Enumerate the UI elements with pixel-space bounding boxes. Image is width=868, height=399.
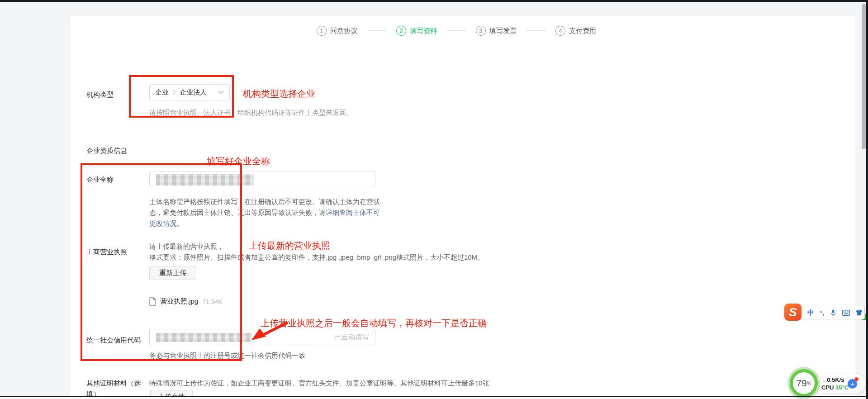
org-type-sub: 企业法人 [180, 88, 207, 97]
step-agree: 1 同意协议 [317, 26, 357, 36]
company-name-label: 企业全称 [86, 174, 114, 185]
credit-code-label: 统一社会信用代码 [86, 335, 141, 346]
step-fill-info: 2 填写资料 [396, 26, 437, 36]
step-number: 2 [396, 26, 406, 36]
microphone-icon[interactable] [830, 309, 836, 317]
org-type-dropdown[interactable]: 企业 企业法人 [149, 84, 230, 100]
redacted-company-name [156, 174, 254, 185]
company-name-input[interactable] [149, 171, 375, 187]
cpu-temp-value: 35°C [835, 384, 849, 391]
step-label: 填写发票 [489, 27, 517, 35]
step-label: 支付费用 [569, 27, 596, 35]
step-label: 同意协议 [330, 27, 357, 35]
memory-percent: 79 [796, 378, 806, 389]
sogou-logo-icon[interactable]: S [784, 304, 802, 321]
step-connector [367, 30, 386, 31]
screen: 1 同意协议 2 填写资料 3 填写发票 4 支付费用 机构类型 企业 企业法人… [0, 0, 868, 399]
punctuation-icon[interactable]: °, [820, 309, 824, 316]
section-title: 企业资质信息 [86, 145, 127, 156]
net-speed-value: 0.5K/s [827, 376, 844, 383]
credit-code-input[interactable]: 已自动填写 [149, 329, 375, 345]
net-speed: ↓ 0.5K/s [822, 376, 844, 383]
step-number: 3 [476, 26, 486, 36]
file-icon [149, 297, 156, 306]
file-name[interactable]: 营业执照.jpg [160, 297, 198, 306]
bottom-strip [0, 397, 866, 399]
right-edge [866, 0, 868, 399]
cpu-label: CPU [821, 384, 835, 391]
step-connector [447, 30, 466, 31]
license-label: 工商营业执照 [86, 247, 127, 257]
notification-dot [854, 377, 859, 381]
stepper: 1 同意协议 2 填写资料 3 填写发票 4 支付费用 [317, 24, 596, 38]
step-payment: 4 支付费用 [555, 26, 596, 36]
other-materials-desc: 特殊情况可上传作为佐证，如企业工商变更证明、官方红头文件、加盖公章证明等。其他证… [149, 379, 489, 388]
file-size: 71.34K [202, 298, 222, 305]
keyboard-icon[interactable] [842, 310, 850, 316]
step-invoice: 3 填写发票 [476, 26, 517, 36]
memory-ball[interactable]: 79% [790, 369, 818, 397]
autofilled-text: 已自动填写 [335, 333, 369, 342]
top-edge [0, 0, 868, 2]
license-line2: 格式要求：原件照片、扫描件或者加盖公章的复印件，支持.jpg .jpeg .bm… [149, 253, 484, 262]
description-suffix: 。 [176, 219, 183, 227]
skin-icon[interactable] [856, 309, 863, 316]
step-number: 4 [555, 26, 565, 36]
chevron-right-icon [172, 90, 176, 95]
uploaded-file-row: 营业执照.jpg 71.34K [149, 297, 223, 306]
scrollbar-thumb[interactable] [862, 4, 866, 149]
company-name-description: 主体名称需严格按照证件填写，在注册确认后不可更改。请确认主体为在营状态，避免付款… [149, 196, 384, 229]
org-type-label: 机构类型 [86, 89, 114, 100]
percent-sign: % [807, 380, 811, 386]
step-label: 填写资料 [410, 27, 437, 35]
download-arrow-icon: ↓ [822, 376, 825, 383]
step-connector [526, 30, 545, 31]
org-type-main: 企业 [155, 88, 169, 97]
step-number: 1 [317, 26, 327, 36]
bottom-edge [0, 396, 868, 397]
org-type-hint: 请按照营业执照、法人证书、组织机构代码证等证件上类型来返回。 [149, 109, 353, 117]
credit-code-hint: 务必与营业执照上的注册号或统一社会信用代码一致 [149, 352, 305, 360]
license-line1: 请上传最新的营业执照， [149, 242, 224, 251]
reupload-button[interactable]: 重新上传 [149, 266, 196, 280]
redacted-credit-code [156, 333, 252, 342]
chinese-mode-icon[interactable]: 中 [807, 309, 814, 317]
cpu-temp: CPU 35°C [821, 384, 849, 391]
chevron-down-icon [218, 90, 224, 94]
